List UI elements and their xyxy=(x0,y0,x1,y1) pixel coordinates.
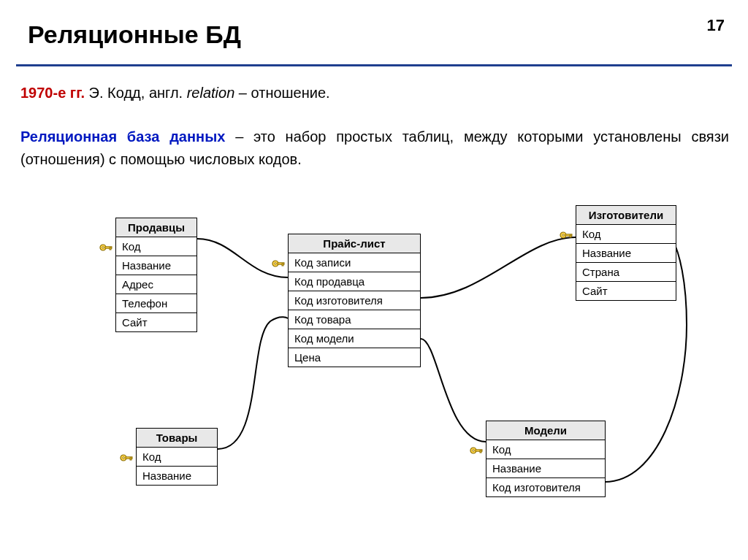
slide-title: Реляционные БД xyxy=(28,20,241,49)
entity-pricelist: Прайс-лист Код записи Код продавца Код и… xyxy=(288,234,421,367)
title-underline xyxy=(16,64,732,66)
entity-sellers-header: Продавцы xyxy=(116,218,196,237)
key-icon xyxy=(272,258,286,267)
key-icon xyxy=(120,453,134,461)
entity-sellers-row-2: Адрес xyxy=(116,275,196,294)
entity-sellers-row-3: Телефон xyxy=(116,294,196,313)
entity-goods: Товары Код Название xyxy=(136,428,218,486)
entity-pricelist-row-5: Цена xyxy=(289,348,420,367)
entity-models-row-2: Код изготовителя xyxy=(486,478,605,496)
entity-manufacturers-row-1: Название xyxy=(576,244,676,263)
intro-text: 1970-е гг. Э. Кодд, англ. relation – отн… xyxy=(20,85,330,101)
entity-manufacturers-row-2: Страна xyxy=(576,263,676,282)
entity-manufacturers-row-0: Код xyxy=(576,225,676,244)
key-icon xyxy=(470,445,484,454)
entity-sellers-row-0: Код xyxy=(116,237,196,256)
key-icon xyxy=(99,242,114,251)
page-number: 17 xyxy=(707,16,725,35)
entity-sellers-row-4: Сайт xyxy=(116,313,196,331)
entity-goods-header: Товары xyxy=(137,429,217,448)
entity-pricelist-row-2: Код изготовителя xyxy=(289,291,420,310)
svg-point-13 xyxy=(123,457,125,459)
svg-point-17 xyxy=(473,450,475,452)
key-icon xyxy=(560,230,574,239)
entity-pricelist-row-0: Код записи xyxy=(289,253,420,272)
entity-models-row-0: Код xyxy=(486,440,605,459)
entity-goods-row-1: Название xyxy=(137,467,217,485)
er-diagram: Продавцы Код Название Адрес Телефон Сайт… xyxy=(0,193,748,559)
definition-text: Реляционная база данных – это набор прос… xyxy=(20,126,729,171)
entity-models-header: Модели xyxy=(486,421,605,440)
entity-sellers-row-1: Название xyxy=(116,256,196,275)
intro-after: – отношение. xyxy=(234,85,329,101)
entity-goods-row-0: Код xyxy=(137,448,217,467)
entity-pricelist-header: Прайс-лист xyxy=(289,234,420,253)
entity-manufacturers-row-3: Сайт xyxy=(576,282,676,300)
year-prefix: 1970-е гг. xyxy=(20,85,85,101)
intro-italic: relation xyxy=(187,85,235,101)
svg-point-1 xyxy=(102,247,104,249)
svg-rect-15 xyxy=(130,458,131,460)
entity-sellers: Продавцы Код Название Адрес Телефон Сайт xyxy=(115,218,197,332)
entity-pricelist-row-3: Код товара xyxy=(289,310,420,329)
entity-manufacturers-header: Изготовители xyxy=(576,206,676,225)
svg-rect-7 xyxy=(282,264,283,266)
svg-point-5 xyxy=(275,263,277,265)
svg-rect-11 xyxy=(570,235,571,237)
entity-pricelist-row-1: Код продавца xyxy=(289,272,420,291)
entity-manufacturers: Изготовители Код Название Страна Сайт xyxy=(576,205,676,301)
entity-pricelist-row-4: Код модели xyxy=(289,329,420,348)
svg-rect-19 xyxy=(480,450,481,453)
intro-author: Э. Кодд, англ. xyxy=(85,85,187,101)
entity-models: Модели Код Название Код изготовителя xyxy=(486,421,606,497)
svg-rect-3 xyxy=(110,248,111,250)
svg-point-9 xyxy=(562,234,565,237)
entity-models-row-1: Название xyxy=(486,459,605,478)
definition-term: Реляционная база данных xyxy=(20,129,225,145)
